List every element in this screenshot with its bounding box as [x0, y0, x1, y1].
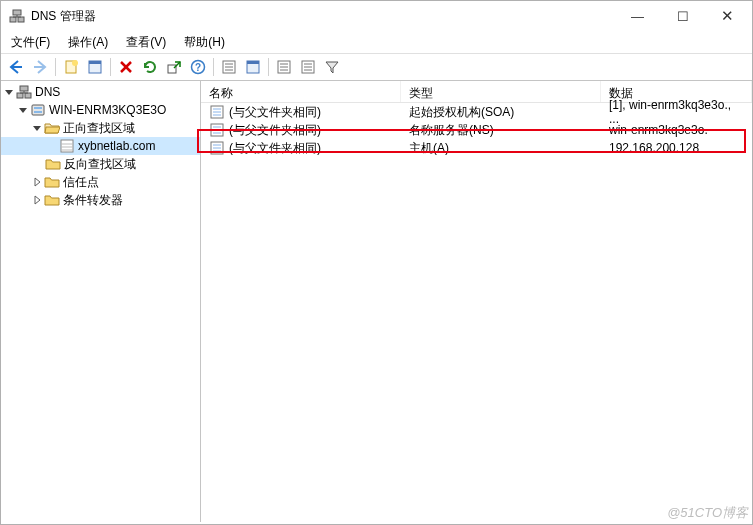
record-list: 名称 类型 数据 (与父文件夹相同) 起始授权机构(SOA) [1], win-…	[201, 81, 752, 522]
tree-label: 信任点	[63, 174, 99, 191]
toolbar-separator	[55, 58, 56, 76]
record-icon	[209, 140, 225, 156]
folder-icon	[44, 192, 60, 208]
menu-file[interactable]: 文件(F)	[3, 32, 58, 53]
record-data: win-enrm3kq3e3o.	[601, 123, 752, 137]
twisty-icon[interactable]	[31, 194, 43, 206]
record-type: 主机(A)	[401, 140, 601, 157]
menu-bar: 文件(F) 操作(A) 查看(V) 帮助(H)	[1, 31, 752, 53]
title-bar: DNS 管理器 — ☐ ✕	[1, 1, 752, 31]
tree-label: xybnetlab.com	[78, 139, 155, 153]
tree-label: 反向查找区域	[64, 156, 136, 173]
twisty-icon[interactable]	[31, 122, 43, 134]
close-button[interactable]: ✕	[705, 2, 750, 30]
app-icon	[9, 8, 25, 24]
new-button[interactable]	[60, 56, 82, 78]
view-list-button[interactable]	[218, 56, 240, 78]
record-name: (与父文件夹相同)	[229, 104, 321, 121]
tree-forward-lookup[interactable]: 正向查找区域	[1, 119, 200, 137]
record-data: [1], win-enrm3kq3e3o., ...	[601, 98, 752, 126]
zone-icon	[59, 138, 75, 154]
toolbar-separator	[110, 58, 111, 76]
export-button[interactable]	[163, 56, 185, 78]
tree-server[interactable]: WIN-ENRM3KQ3E3O	[1, 101, 200, 119]
tree-root-dns[interactable]: DNS	[1, 83, 200, 101]
tree-label: 条件转发器	[63, 192, 123, 209]
tree-label: 正向查找区域	[63, 120, 135, 137]
toolbar-separator	[213, 58, 214, 76]
tree-reverse-lookup[interactable]: 反向查找区域	[1, 155, 200, 173]
twisty-icon[interactable]	[17, 104, 29, 116]
view-column1-button[interactable]	[273, 56, 295, 78]
tree-label: WIN-ENRM3KQ3E3O	[49, 103, 166, 117]
toolbar-separator	[268, 58, 269, 76]
record-icon	[209, 122, 225, 138]
column-name[interactable]: 名称	[201, 81, 401, 102]
menu-action[interactable]: 操作(A)	[60, 32, 116, 53]
twisty-icon[interactable]	[3, 86, 15, 98]
record-name: (与父文件夹相同)	[229, 122, 321, 139]
record-row[interactable]: (与父文件夹相同) 起始授权机构(SOA) [1], win-enrm3kq3e…	[201, 103, 752, 121]
watermark: @51CTO博客	[667, 504, 748, 522]
column-type[interactable]: 类型	[401, 81, 601, 102]
tree-zone[interactable]: xybnetlab.com	[1, 137, 200, 155]
tree-label: DNS	[35, 85, 60, 99]
window-title: DNS 管理器	[31, 8, 615, 25]
dns-icon	[16, 84, 32, 100]
folder-icon	[44, 174, 60, 190]
maximize-button[interactable]: ☐	[660, 2, 705, 30]
filter-button[interactable]	[321, 56, 343, 78]
record-row[interactable]: (与父文件夹相同) 主机(A) 192.168.200.128	[201, 139, 752, 157]
record-data: 192.168.200.128	[601, 141, 752, 155]
folder-open-icon	[44, 120, 60, 136]
forward-button[interactable]	[29, 56, 51, 78]
menu-view[interactable]: 查看(V)	[118, 32, 174, 53]
back-button[interactable]	[5, 56, 27, 78]
record-icon	[209, 104, 225, 120]
help-button[interactable]	[187, 56, 209, 78]
tree-conditional-forwarders[interactable]: 条件转发器	[1, 191, 200, 209]
view-column2-button[interactable]	[297, 56, 319, 78]
record-name: (与父文件夹相同)	[229, 140, 321, 157]
record-type: 起始授权机构(SOA)	[401, 104, 601, 121]
twisty-icon[interactable]	[31, 176, 43, 188]
menu-help[interactable]: 帮助(H)	[176, 32, 233, 53]
properties-button[interactable]	[84, 56, 106, 78]
refresh-button[interactable]	[139, 56, 161, 78]
view-details-button[interactable]	[242, 56, 264, 78]
toolbar	[1, 53, 752, 81]
tree-view[interactable]: DNS WIN-ENRM3KQ3E3O 正向查找区域 xybnetlab.com…	[1, 81, 201, 522]
record-type: 名称服务器(NS)	[401, 122, 601, 139]
delete-button[interactable]	[115, 56, 137, 78]
folder-icon	[45, 156, 61, 172]
tree-trust-points[interactable]: 信任点	[1, 173, 200, 191]
minimize-button[interactable]: —	[615, 2, 660, 30]
server-icon	[30, 102, 46, 118]
record-row[interactable]: (与父文件夹相同) 名称服务器(NS) win-enrm3kq3e3o.	[201, 121, 752, 139]
